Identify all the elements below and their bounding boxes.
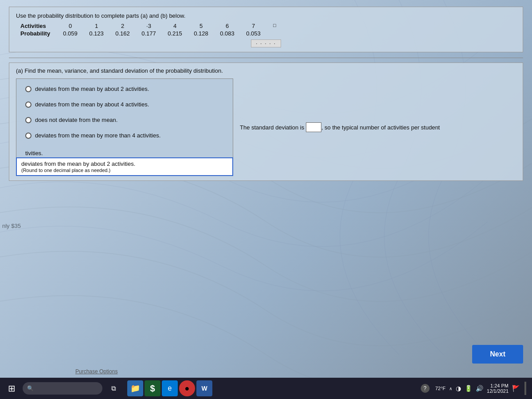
prob-3: 0.177 [139,30,159,37]
option-2[interactable]: deviates from the mean by about 4 activi… [25,101,224,108]
std-dev-suffix: , so the typical number of activities pe… [321,124,440,131]
radio-3[interactable] [25,117,31,123]
start-button[interactable]: ⊞ [3,380,20,397]
time-display: 1:24 PM [490,383,509,388]
std-dev-prefix: tivities. [25,150,43,156]
radio-2[interactable] [25,102,31,108]
std-dev-label: The standard deviation is [240,124,306,131]
main-content: Use the probability distribution to comp… [0,0,532,372]
std-dev-input[interactable] [306,122,321,132]
notification-icon[interactable]: 🚩 [512,385,520,392]
prob-6: 0.083 [217,30,237,37]
word-icon[interactable]: W [196,380,212,396]
question-intro: Use the probability distribution to comp… [16,12,516,19]
next-button[interactable]: Next [472,345,523,364]
option-4[interactable]: deviates from the mean by more than 4 ac… [25,132,224,139]
activities-values: 0 1 2 ·3 4 5 6 7 □ [60,23,276,29]
taskbar-time-date[interactable]: 1:24 PM 12/1/2021 [487,383,509,394]
prob-4: 0.215 [165,30,185,37]
radio-4[interactable] [25,133,31,139]
prob-2: 0.162 [113,30,133,37]
copy-icon[interactable]: □ [273,23,276,29]
edge-icon[interactable]: e [162,380,178,396]
dollar-app-icon[interactable]: $ [145,380,160,396]
act-6: 6 [217,23,237,29]
more-options-dots[interactable]: · · · · · [251,39,281,47]
watermark-label: nly $35 [0,222,23,230]
volume-icon[interactable]: 🔊 [476,385,483,392]
act-1: 1 [86,23,106,29]
chevron-up-icon[interactable]: ∧ [449,386,452,391]
option-4-text: deviates from the mean by more than 4 ac… [35,132,160,139]
wifi-icon[interactable]: ◑ [456,385,461,392]
date-display: 12/1/2021 [487,388,509,394]
question-icon[interactable]: ? [421,384,430,393]
circle-app-icon[interactable]: ● [179,380,195,396]
taskbar-search[interactable]: 🔍 [23,382,102,395]
act-5: 5 [191,23,211,29]
section-divider [9,58,523,58]
show-desktop-button[interactable] [524,382,526,395]
act-0: 0 [60,23,80,29]
file-explorer-icon[interactable]: 📁 [127,380,143,396]
act-4: 4 [165,23,185,29]
option-2-text: deviates from the mean by about 4 activi… [35,101,149,108]
battery-icon[interactable]: 🔋 [465,385,472,392]
option-3-text: does not deviate from the mean. [35,117,117,123]
prob-row-values: Probability 0.059 0.123 0.162 0.177 0.21… [20,30,516,37]
prob-table: Activities 0 1 2 ·3 4 5 6 7 □ Probabilit… [20,23,516,37]
prob-0: 0.059 [60,30,80,37]
act-3: ·3 [139,23,159,29]
option-1[interactable]: deviates from the mean by about 2 activi… [25,86,224,92]
temperature-display: 72°F [435,386,446,391]
prob-1: 0.123 [86,30,106,37]
prob-7: 0.053 [243,30,263,37]
task-view-button[interactable]: ⧉ [105,380,122,397]
act-7: 7 [243,23,263,29]
activities-label: Activities [20,23,60,29]
taskbar-apps: 📁 $ e ● W [127,380,212,396]
purchase-options-link[interactable]: Purchase Options [75,368,117,375]
part-a-title: (a) Find the mean, variance, and standar… [16,67,516,74]
radio-1[interactable] [25,86,31,92]
probability-label: Probability [20,30,60,37]
selected-answer-text: deviates from the mean by about 2 activi… [21,160,228,167]
search-icon: 🔍 [27,385,34,391]
std-dev-area: The standard deviation is , so the typic… [233,78,516,176]
option-3[interactable]: does not deviate from the mean. [25,117,224,123]
std-dev-line: tivities. [25,150,224,156]
round-note: (Round to one decimal place as needed.) [21,168,228,173]
taskbar: ⊞ 🔍 ⧉ 📁 $ e ● W ? 72°F ∧ ◑ 🔋 🔊 1:24 PM 1… [0,378,532,399]
act-2: 2 [113,23,133,29]
selected-answer-box: deviates from the mean by about 2 activi… [16,157,233,176]
part-a-section: (a) Find the mean, variance, and standar… [9,63,523,181]
option-1-text: deviates from the mean by about 2 activi… [35,86,149,92]
taskbar-right: ? 72°F ∧ ◑ 🔋 🔊 1:24 PM 12/1/2021 🚩 [421,382,530,395]
probability-values: 0.059 0.123 0.162 0.177 0.215 0.128 0.08… [60,30,263,37]
prob-row-labels: Activities 0 1 2 ·3 4 5 6 7 □ [20,23,516,29]
prob-5: 0.128 [191,30,211,37]
question-box: Use the probability distribution to comp… [9,7,523,52]
